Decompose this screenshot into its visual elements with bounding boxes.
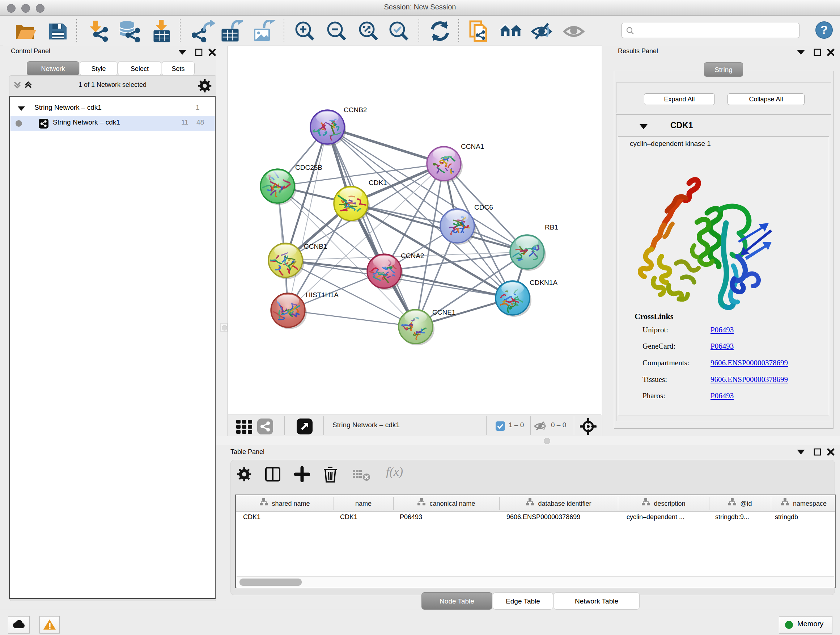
svg-text:CCNB1: CCNB1 [304,242,327,250]
svg-text:CDKN1A: CDKN1A [530,279,557,287]
svg-text:CDC25B: CDC25B [295,164,322,171]
svg-text:CCNA2: CCNA2 [401,252,424,260]
svg-text:CCNB2: CCNB2 [344,106,367,114]
svg-text:CDC6: CDC6 [474,203,493,211]
svg-text:CDK1: CDK1 [369,179,387,187]
svg-text:CCNE1: CCNE1 [432,309,455,316]
svg-text:RB1: RB1 [545,223,558,231]
svg-text:HIST1H1A: HIST1H1A [306,291,339,299]
svg-text:CCNA1: CCNA1 [461,143,484,150]
